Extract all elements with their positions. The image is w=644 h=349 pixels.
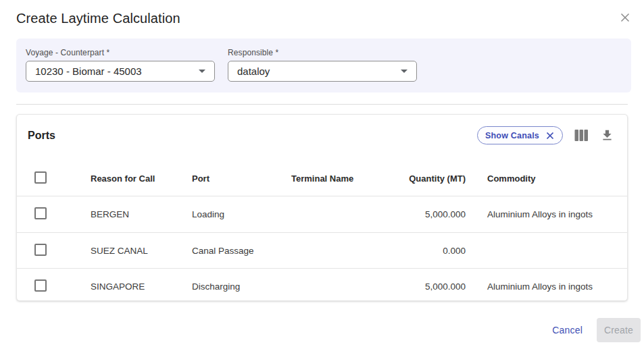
chip-close-icon[interactable] [545, 131, 555, 140]
ports-card: Ports Show Canals [16, 114, 628, 301]
responsible-select[interactable]: dataloy [228, 61, 417, 82]
ports-title: Ports [28, 130, 55, 142]
cell-commodity: Aluminium Alloys in ingots [466, 209, 627, 219]
dropdown-arrow-icon [401, 70, 407, 73]
cell-port: Discharging [192, 281, 291, 292]
show-canals-chip[interactable]: Show Canals [477, 126, 563, 144]
select-all-checkbox[interactable] [34, 171, 47, 184]
cell-reason: SUEZ CANAL [91, 246, 192, 256]
cell-commodity: Aluminium Alloys in ingots [466, 281, 627, 292]
table-row[interactable]: SINGAPORE Discharging 5,000.000 Aluminiu… [17, 268, 627, 301]
table-header-row: Reason for Call Port Terminal Name Quant… [17, 161, 627, 196]
dialog-title: Create Laytime Calculation [16, 10, 180, 26]
create-button[interactable]: Create [597, 318, 641, 342]
responsible-value: dataloy [237, 65, 270, 77]
voyage-counterpart-select[interactable]: 10230 - Biomar - 45003 [26, 61, 215, 82]
ports-table: Reason for Call Port Terminal Name Quant… [17, 161, 627, 301]
dropdown-arrow-icon [199, 70, 205, 73]
close-icon [619, 11, 631, 24]
show-canals-chip-label: Show Canals [485, 131, 539, 140]
dialog-header: Create Laytime Calculation [0, 0, 644, 26]
voyage-counterpart-value: 10230 - Biomar - 45003 [35, 65, 142, 77]
cell-reason: BERGEN [91, 209, 192, 219]
row-checkbox[interactable] [34, 207, 47, 219]
col-reason-for-call: Reason for Call [91, 173, 192, 184]
cell-port: Loading [192, 209, 291, 219]
col-port: Port [192, 173, 291, 184]
voyage-form-panel: Voyage - Counterpart * 10230 - Biomar - … [16, 38, 631, 92]
download-icon [600, 128, 614, 142]
columns-icon [574, 129, 589, 142]
table-row[interactable]: BERGEN Loading 5,000.000 Aluminium Alloy… [17, 196, 627, 232]
ports-toolbar: Show Canals [477, 126, 614, 144]
row-checkbox[interactable] [34, 279, 47, 292]
ports-card-header: Ports Show Canals [17, 115, 627, 144]
field-voyage-counterpart: Voyage - Counterpart * 10230 - Biomar - … [26, 48, 215, 82]
cell-quantity: 0.000 [386, 246, 466, 256]
cell-port: Canal Passage [192, 246, 291, 256]
responsible-label: Responsible * [228, 48, 417, 57]
cancel-button[interactable]: Cancel [552, 325, 583, 335]
col-terminal-name: Terminal Name [291, 173, 386, 184]
cell-quantity: 5,000.000 [386, 209, 466, 219]
voyage-counterpart-label: Voyage - Counterpart * [26, 48, 215, 57]
section-divider [16, 104, 628, 105]
cell-quantity: 5,000.000 [386, 281, 466, 292]
dialog-actions: Cancel Create [0, 318, 644, 342]
cell-reason: SINGAPORE [91, 281, 192, 292]
close-button[interactable] [618, 10, 633, 25]
field-responsible: Responsible * dataloy [228, 48, 417, 82]
download-button[interactable] [600, 128, 614, 142]
row-checkbox[interactable] [34, 244, 47, 256]
col-commodity: Commodity [466, 173, 627, 184]
create-laytime-dialog: Create Laytime Calculation Voyage - Coun… [0, 0, 644, 349]
table-row[interactable]: SUEZ CANAL Canal Passage 0.000 [17, 232, 627, 268]
columns-button[interactable] [574, 129, 589, 142]
col-quantity: Quantity (MT) [386, 173, 466, 184]
